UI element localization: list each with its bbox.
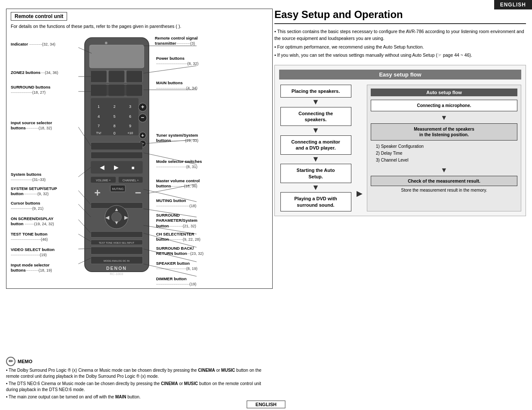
svg-text:■: ■ (132, 165, 135, 170)
label-system: System buttons····················(31–33… (11, 172, 82, 183)
svg-text:MODE   ANALOG   DC IN: MODE ANALOG DC IN (104, 260, 129, 262)
svg-text:5: 5 (114, 114, 116, 119)
svg-text:TV/: TV/ (96, 131, 101, 135)
svg-text:+: + (141, 104, 145, 110)
label-master-vol: Master volume controlbuttons············… (156, 178, 229, 189)
label-speaker: SPEAKER button··························… (156, 261, 231, 272)
memo-label: MEMO (18, 358, 32, 365)
label-input-mode: Input mode selectorbuttons············(1… (11, 263, 82, 273)
svg-point-28 (139, 132, 146, 138)
svg-rect-1 (89, 45, 144, 68)
svg-text:8: 8 (114, 124, 116, 128)
svg-text:▼: ▼ (114, 220, 119, 225)
svg-text:RC-1003: RC-1003 (110, 272, 123, 276)
memo-item-3: • The main zone output can be turned on … (6, 394, 273, 400)
label-power: Power buttons···························… (156, 56, 229, 67)
svg-rect-33 (91, 152, 143, 159)
intro-p3: • If you wish, you can set the various s… (274, 52, 526, 59)
memo-icon: ✏ (6, 357, 15, 366)
svg-point-2 (105, 42, 108, 44)
label-cursor: Cursor buttons····················(9, 21… (11, 201, 82, 211)
svg-text:−: − (135, 187, 141, 199)
memo-title: ✏ MEMO (6, 357, 273, 366)
svg-rect-0 (85, 37, 149, 272)
svg-point-48 (111, 212, 121, 222)
remote-box-title: Remote control unit (11, 12, 67, 21)
svg-rect-54 (91, 240, 143, 245)
svg-rect-32 (91, 142, 143, 150)
label-on-screen: ON SCREEN/DISPLAYbutton ·········(19, 24… (11, 216, 82, 227)
svg-text:MUTING: MUTING (112, 187, 124, 190)
bottom-english-label: ENGLISH (246, 401, 286, 408)
svg-rect-57 (91, 257, 143, 264)
svg-rect-53 (91, 232, 143, 238)
label-zone2: ZONE2 buttons····(34, 36) (11, 70, 82, 76)
svg-text:+: + (141, 133, 144, 138)
svg-rect-44 (110, 185, 125, 192)
label-surround-param: SURROUNDPARAMETER/Systembutton··········… (156, 213, 231, 229)
flow-left-column: Placing the speakers. ▼ Connecting thesp… (279, 85, 352, 211)
num-item-3: 3) Channel Level (376, 157, 517, 164)
svg-text:▲: ▲ (114, 207, 119, 212)
svg-text:+10: +10 (127, 131, 133, 135)
auto-arrow-2: ▼ (371, 166, 517, 174)
svg-point-11 (138, 103, 147, 111)
remote-desc: For details on the functions of these pa… (11, 24, 268, 29)
easy-setup-flow-title: Easy setup flow (279, 70, 521, 80)
svg-text:▶: ▶ (114, 164, 119, 171)
svg-point-47 (105, 205, 128, 229)
svg-rect-38 (91, 177, 116, 183)
left-panel: Remote control unit For details on the f… (6, 9, 273, 401)
svg-rect-5 (109, 71, 125, 83)
intro-p1: • This section contains the basic steps … (274, 28, 526, 42)
svg-text:−: − (141, 114, 145, 121)
svg-text:−: − (141, 141, 144, 146)
store-text: Store the measurement result in the memo… (371, 188, 517, 193)
right-panel: Easy Setup and Operation • This section … (274, 9, 526, 401)
flow-step-1: Placing the speakers. (280, 85, 351, 98)
svg-text:0: 0 (114, 131, 116, 135)
flow-step-3: Connecting a monitorand a DVD player. (280, 135, 351, 155)
intro-p2: • For optimum performance, we recommend … (274, 44, 526, 51)
svg-text:9: 9 (129, 124, 131, 128)
numbered-list: 1) Speaker Configuration 2) Delay Time 3… (371, 143, 517, 164)
svg-text:2: 2 (114, 104, 116, 109)
flow-arrow-3: ▼ (312, 155, 320, 164)
label-dimmer: DIMMER button···························… (156, 276, 231, 287)
label-test-tone: TEST TONE button························… (11, 232, 82, 242)
memo-section: ✏ MEMO • The Dolby Surround Pro Logic ® … (6, 357, 273, 401)
auto-arrow-1: ▼ (371, 114, 517, 122)
page-title: Easy Setup and Operation (274, 9, 526, 24)
svg-text:DENON: DENON (106, 266, 127, 271)
svg-text:VOLUME +: VOLUME + (96, 179, 111, 182)
flow-container: Easy setup flow Placing the speakers. ▼ … (274, 65, 526, 216)
svg-rect-56 (91, 247, 143, 254)
flow-step-4: Starting the AutoSetup. (280, 164, 351, 183)
remote-control-box: Remote control unit For details on the f… (6, 9, 273, 289)
svg-rect-8 (91, 84, 107, 96)
svg-rect-15 (91, 98, 138, 135)
svg-rect-39 (119, 177, 143, 183)
flow-right-column: Auto setup flow Connecting a microphone.… (367, 85, 521, 211)
svg-text:◀: ◀ (105, 215, 110, 220)
svg-text:1: 1 (98, 104, 100, 109)
svg-rect-6 (126, 71, 142, 83)
flow-arrow-2: ▼ (312, 126, 320, 135)
remote-diagram: + − 1 2 3 4 5 6 7 8 9 TV/ 0 +10 + (11, 32, 268, 286)
flow-arrow-4: ▼ (312, 183, 320, 193)
svg-line-61 (78, 48, 92, 54)
label-mode-selector: Mode selector switches··················… (156, 159, 229, 170)
top-english-banner: ENGLISH (494, 0, 532, 9)
auto-step-2: Measurement of the speakersin the listen… (371, 123, 517, 141)
label-surround-back: SURROUND BACK/RETURN button···(23, 32) (156, 246, 231, 257)
svg-text:+: + (94, 187, 101, 199)
label-ch-select: CH SELECT/ENTERbutton·············(9, 22… (156, 232, 231, 242)
svg-rect-4 (91, 71, 107, 83)
svg-rect-3 (91, 71, 143, 83)
auto-step-1: Connecting a microphone. (371, 100, 517, 111)
right-arrow: ▶ (357, 85, 363, 211)
svg-line-73 (144, 66, 197, 73)
memo-item-1: • The Dolby Surround Pro Logic ® (x) Cin… (6, 367, 273, 379)
num-item-2: 2) Delay Time (376, 150, 517, 157)
flow-inner: Placing the speakers. ▼ Connecting thesp… (279, 85, 521, 211)
